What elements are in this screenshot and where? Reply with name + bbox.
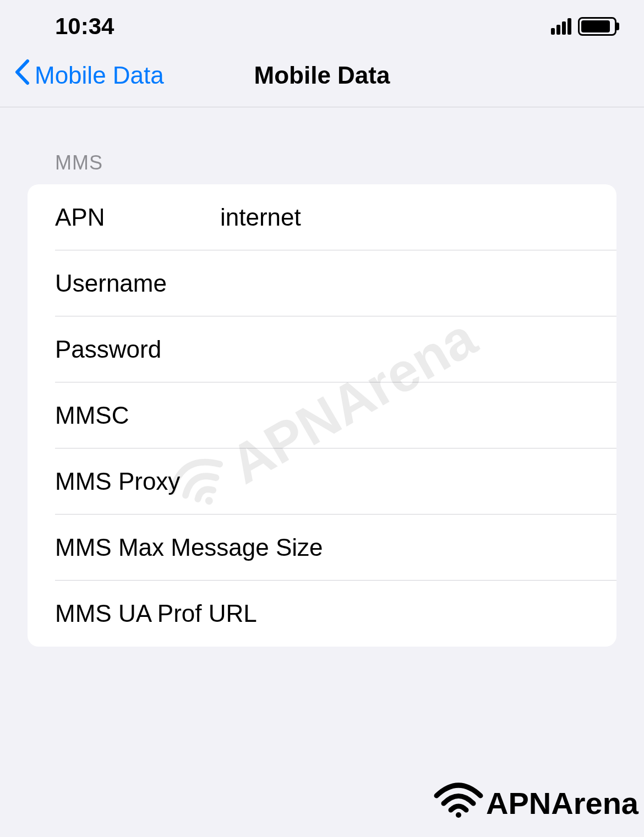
mms-ua-prof-row[interactable]: MMS UA Prof URL bbox=[28, 581, 616, 647]
wifi-icon bbox=[434, 780, 483, 826]
mmsc-label: MMSC bbox=[55, 402, 220, 429]
mms-proxy-input[interactable] bbox=[220, 468, 616, 495]
apn-label: APN bbox=[55, 204, 220, 231]
mmsc-row[interactable]: MMSC bbox=[28, 382, 616, 448]
mms-proxy-label: MMS Proxy bbox=[55, 468, 220, 495]
password-input[interactable] bbox=[220, 336, 616, 363]
password-label: Password bbox=[55, 336, 220, 363]
mms-max-size-row[interactable]: MMS Max Message Size bbox=[28, 515, 616, 581]
mms-max-size-label: MMS Max Message Size bbox=[55, 534, 323, 561]
status-indicators bbox=[551, 17, 616, 36]
mms-proxy-row[interactable]: MMS Proxy bbox=[28, 448, 616, 515]
apn-row[interactable]: APN bbox=[28, 184, 616, 250]
back-button[interactable]: Mobile Data bbox=[14, 59, 164, 92]
brand-footer: APNArena bbox=[434, 780, 638, 826]
status-bar: 10:34 bbox=[0, 0, 644, 50]
back-label: Mobile Data bbox=[35, 62, 164, 89]
content-area: MMS APN Username Password MMSC MMS Proxy… bbox=[0, 107, 644, 658]
username-input[interactable] bbox=[220, 270, 616, 297]
svg-point-1 bbox=[456, 812, 461, 818]
brand-text: APNArena bbox=[486, 785, 638, 821]
mms-ua-prof-label: MMS UA Prof URL bbox=[55, 600, 257, 627]
username-label: Username bbox=[55, 270, 220, 297]
battery-icon bbox=[578, 17, 616, 36]
mmsc-input[interactable] bbox=[220, 402, 616, 429]
page-title: Mobile Data bbox=[254, 62, 390, 89]
section-header: MMS bbox=[28, 151, 616, 184]
apn-input[interactable] bbox=[220, 204, 616, 231]
settings-group: APN Username Password MMSC MMS Proxy MMS… bbox=[28, 184, 616, 647]
status-time: 10:34 bbox=[55, 13, 114, 40]
mms-ua-prof-input[interactable] bbox=[257, 600, 616, 627]
cellular-signal-icon bbox=[551, 18, 571, 35]
username-row[interactable]: Username bbox=[28, 250, 616, 316]
navigation-bar: Mobile Data Mobile Data bbox=[0, 50, 644, 107]
password-row[interactable]: Password bbox=[28, 316, 616, 382]
chevron-back-icon bbox=[14, 59, 30, 92]
mms-max-size-input[interactable] bbox=[323, 534, 616, 561]
